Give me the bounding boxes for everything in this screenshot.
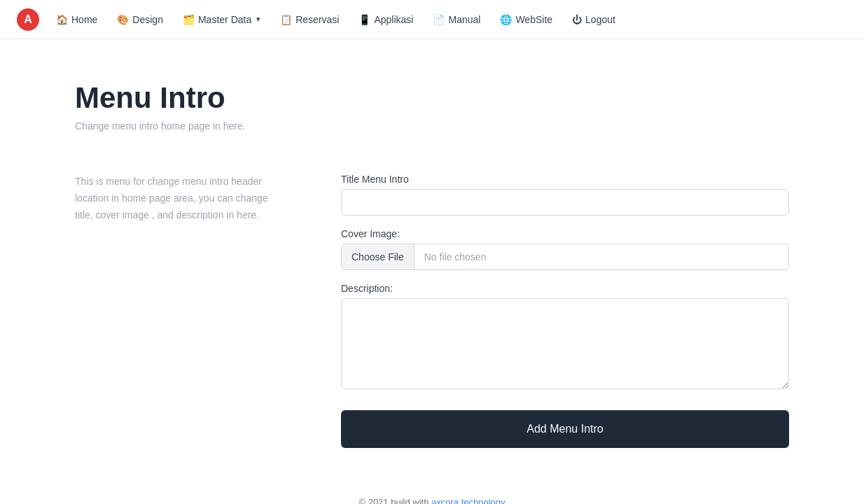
form-section: This is menu for change menu intro heade… <box>75 174 789 448</box>
nav-website[interactable]: 🌐 WebSite <box>492 10 561 29</box>
footer-link[interactable]: axcora technology <box>431 497 506 504</box>
nav-applikasi[interactable]: 📱 Applikasi <box>350 10 421 29</box>
title-group: Title Menu Intro <box>341 174 789 216</box>
page-subtitle: Change menu intro home page in here. <box>75 120 789 132</box>
title-label: Title Menu Intro <box>341 174 789 185</box>
footer-text: © 2021 build with <box>358 497 431 504</box>
website-icon: 🌐 <box>500 14 512 25</box>
description-textarea[interactable] <box>341 298 789 389</box>
nav-home[interactable]: 🏠 Home <box>48 10 106 29</box>
form-area: Title Menu Intro Cover Image: Choose Fil… <box>341 174 789 448</box>
manual-icon: 📄 <box>433 14 445 25</box>
main-content: Menu Intro Change menu intro home page i… <box>47 39 817 476</box>
form-description: This is menu for change menu intro heade… <box>75 174 285 223</box>
nav-master-data[interactable]: 🗂️ Master Data <box>174 10 269 29</box>
nav-manual[interactable]: 📄 Manual <box>424 10 489 29</box>
title-input[interactable] <box>341 189 789 216</box>
file-name-display: No file chosen <box>414 244 788 270</box>
logout-icon: ⏻ <box>572 14 582 25</box>
choose-file-button[interactable]: Choose File <box>342 244 414 270</box>
file-input-wrapper: Choose File No file chosen <box>341 244 789 270</box>
cover-label: Cover Image: <box>341 228 789 239</box>
page-title: Menu Intro <box>75 81 789 115</box>
cover-group: Cover Image: Choose File No file chosen <box>341 228 789 270</box>
navbar: A 🏠 Home 🎨 Design 🗂️ Master Data 📋 Reser… <box>0 0 864 39</box>
applikasi-icon: 📱 <box>358 14 370 25</box>
submit-button[interactable]: Add Menu Intro <box>341 410 789 448</box>
description-group: Description: <box>341 283 789 392</box>
nav-logout[interactable]: ⏻ Logout <box>564 10 624 29</box>
design-icon: 🎨 <box>117 14 129 25</box>
reservasi-icon: 📋 <box>280 14 292 25</box>
nav-logo: A <box>17 8 39 31</box>
page-header: Menu Intro Change menu intro home page i… <box>75 81 789 132</box>
description-label: Description: <box>341 283 789 294</box>
home-icon: 🏠 <box>56 14 68 25</box>
nav-reservasi[interactable]: 📋 Reservasi <box>272 10 347 29</box>
footer: © 2021 build with axcora technology <box>0 476 864 504</box>
nav-design[interactable]: 🎨 Design <box>109 10 172 29</box>
master-data-icon: 🗂️ <box>183 14 195 25</box>
